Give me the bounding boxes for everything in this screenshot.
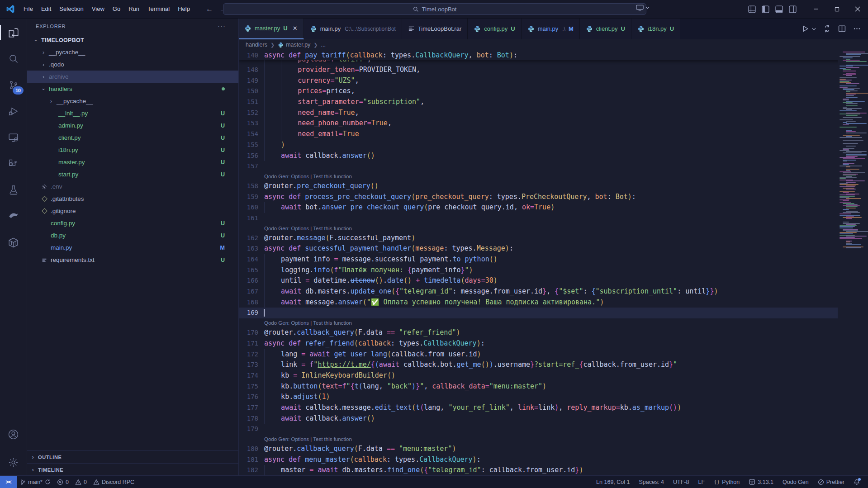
status-3-13-1[interactable]: 3.13.1 <box>744 476 778 488</box>
copilot-menu[interactable] <box>636 5 650 11</box>
code-line-179[interactable]: 179 <box>238 424 868 435</box>
compare-changes-icon[interactable] <box>823 25 831 33</box>
code-line-172[interactable]: 172lang = await get_user_lang(callback.f… <box>238 349 868 360</box>
codelens-label[interactable]: Qodo Gen: Options | Test this function <box>238 318 868 327</box>
tree-item-client-py[interactable]: client.pyU <box>27 132 238 144</box>
code-line-174[interactable]: 174kb = InlineKeyboardBuilder() <box>238 370 868 381</box>
code-line-156[interactable]: 156await callback.answer() <box>238 151 868 161</box>
tree-item---pycache--[interactable]: ›__pycache__ <box>27 46 238 58</box>
code-line-171[interactable]: 171async def refer_friend(callback: type… <box>238 338 868 349</box>
code-line-163[interactable]: 163async def successful_payment_handler(… <box>238 243 868 254</box>
tree-item-main-py[interactable]: main.pyM <box>27 242 238 254</box>
code-line-150[interactable]: 150prices=prices, <box>238 86 868 97</box>
container-icon[interactable] <box>0 231 27 254</box>
tree-item--gitignore[interactable]: .gitignore <box>27 205 238 217</box>
code-line-158[interactable]: 158@router.pre_checkout_query() <box>238 181 868 192</box>
tree-item-db-py[interactable]: db.pyU <box>27 229 238 242</box>
run-button[interactable] <box>802 25 809 33</box>
code-line-153[interactable]: 153need_phone_number=True, <box>238 118 868 129</box>
close-button[interactable] <box>847 0 868 18</box>
maximize-button[interactable] <box>826 0 847 18</box>
close-icon[interactable]: ✕ <box>293 25 298 32</box>
status-ln-169-col-1[interactable]: Ln 169, Col 1 <box>592 476 634 488</box>
code-line-149[interactable]: 149currency="UZS", <box>238 76 868 86</box>
code-line-166[interactable]: 166until = datetime.utcnow().date() + ti… <box>238 275 868 286</box>
chevron-down-icon[interactable] <box>812 28 816 30</box>
menu-selection[interactable]: Selection <box>55 0 87 18</box>
tab-i18n-py[interactable]: i18n.pyU <box>631 18 680 39</box>
source-control-icon[interactable]: 10 <box>0 73 27 97</box>
minimap[interactable] <box>838 50 868 476</box>
status-python[interactable]: {}Python <box>709 476 744 488</box>
split-editor-icon[interactable] <box>838 25 846 33</box>
code-line-155[interactable]: 155) <box>238 140 868 151</box>
sidebar-section-timeline[interactable]: ›TIMELINE <box>27 463 238 476</box>
codelens-label[interactable]: Qodo Gen: Options | Test this function <box>238 435 868 444</box>
tree-item-config-py[interactable]: config.pyU <box>27 217 238 229</box>
code-line-147[interactable]: 147payload=f"tariff", <box>238 60 868 65</box>
menu-edit[interactable]: Edit <box>37 0 55 18</box>
minimize-button[interactable] <box>806 0 826 18</box>
tab-main-py[interactable]: main.pyC:\...\SubscriptionBot <box>304 18 402 39</box>
more-actions-icon[interactable] <box>853 25 861 33</box>
sidebar-section-outline[interactable]: ›OUTLINE <box>27 450 238 463</box>
extensions-icon[interactable] <box>0 152 27 175</box>
back-arrow-icon[interactable]: ← <box>206 5 213 13</box>
tree-item-archive[interactable]: ›archive <box>27 71 238 83</box>
status-0[interactable]: 0 <box>72 476 90 488</box>
tree-item---init---py[interactable]: __init__.pyU <box>27 107 238 119</box>
status-qodo-gen[interactable]: Qodo Gen <box>778 476 813 488</box>
tree-item-handlers[interactable]: ⌄handlers <box>27 83 238 95</box>
command-center-search[interactable]: TimeLoopBot <box>223 3 646 15</box>
code-line-181[interactable]: 181async def menu_master(callback: types… <box>238 455 868 465</box>
code-line-175[interactable]: 175kb.button(text=f"{t(lang, "back")}", … <box>238 381 868 392</box>
explorer-more-actions-icon[interactable]: ··· <box>218 22 226 30</box>
breadcrumb-item[interactable]: ... <box>321 42 326 48</box>
code-line-169[interactable]: 169 <box>238 308 868 318</box>
status-main-[interactable]: main* <box>17 476 54 488</box>
qodo-icon[interactable] <box>0 204 27 228</box>
status-0[interactable]: 0 <box>54 476 72 488</box>
settings-gear-icon[interactable] <box>0 450 27 474</box>
breadcrumb-item[interactable]: handlers <box>246 42 267 48</box>
code-line-180[interactable]: 180@router.callback_query(F.data == "men… <box>238 444 868 455</box>
code-line-154[interactable]: 154need_email=True <box>238 129 868 140</box>
run-debug-icon[interactable] <box>0 99 27 123</box>
menu-view[interactable]: View <box>88 0 109 18</box>
code-line-177[interactable]: 177await callback.message.edit_text(t(la… <box>238 403 868 413</box>
code-line-173[interactable]: 173link = f"https://t.me/{(await callbac… <box>238 360 868 370</box>
menu-run[interactable]: Run <box>124 0 143 18</box>
tab-config-py[interactable]: config.pyU <box>468 18 521 39</box>
code-line-161[interactable]: 161 <box>238 213 868 224</box>
toggle-secondary-sidebar-icon[interactable] <box>787 4 797 14</box>
breadcrumb[interactable]: handlers❯master.py❯... <box>238 39 868 50</box>
menu-file[interactable]: File <box>19 0 37 18</box>
tree-item-admin-py[interactable]: admin.pyU <box>27 119 238 132</box>
code-line-165[interactable]: 165logging.info(f"Платёж получен: {payme… <box>238 265 868 276</box>
status-utf-8[interactable]: UTF-8 <box>669 476 693 488</box>
code-line-164[interactable]: 164payment_info = message.successful_pay… <box>238 254 868 265</box>
menu-help[interactable]: Help <box>174 0 194 18</box>
tree-item--gitattributes[interactable]: .gitattributes <box>27 193 238 205</box>
sticky-scroll-line[interactable]: 140async def pay_tariff(callback: types.… <box>238 50 868 60</box>
tree-item-i18n-py[interactable]: i18n.pyU <box>27 144 238 156</box>
toggle-panel-icon[interactable] <box>774 4 784 14</box>
codelens-label[interactable]: Qodo Gen: Options | Test this function <box>238 224 868 233</box>
tab-client-py[interactable]: client.pyU <box>580 18 631 39</box>
status-prettier[interactable]: Prettier <box>813 476 849 488</box>
code-line-168[interactable]: 168await message.answer("✅ Оплата успешн… <box>238 297 868 308</box>
tree-item-master-py[interactable]: master.pyU <box>27 156 238 168</box>
code-line-151[interactable]: 151start_parameter="subscription", <box>238 97 868 108</box>
menu-terminal[interactable]: Terminal <box>143 0 174 18</box>
code-line-162[interactable]: 162@router.message(F.successful_payment) <box>238 233 868 244</box>
code-line-159[interactable]: 159async def process_pre_checkout_query(… <box>238 192 868 203</box>
tab-TimeLoopBot-rar[interactable]: TimeLoopBot.rar <box>402 18 468 39</box>
tree-item---pycache--[interactable]: ›__pycache__ <box>27 95 238 107</box>
tree-item--env[interactable]: .env <box>27 180 238 193</box>
code-line-178[interactable]: 178await callback.answer() <box>238 413 868 424</box>
tree-root[interactable]: ⌄TIMELOOPBOT <box>27 34 238 46</box>
menu-go[interactable]: Go <box>109 0 124 18</box>
toggle-primary-sidebar-icon[interactable] <box>760 4 770 14</box>
code-editor[interactable]: 140async def pay_tariff(callback: types.… <box>238 50 868 476</box>
account-icon[interactable] <box>0 422 27 446</box>
